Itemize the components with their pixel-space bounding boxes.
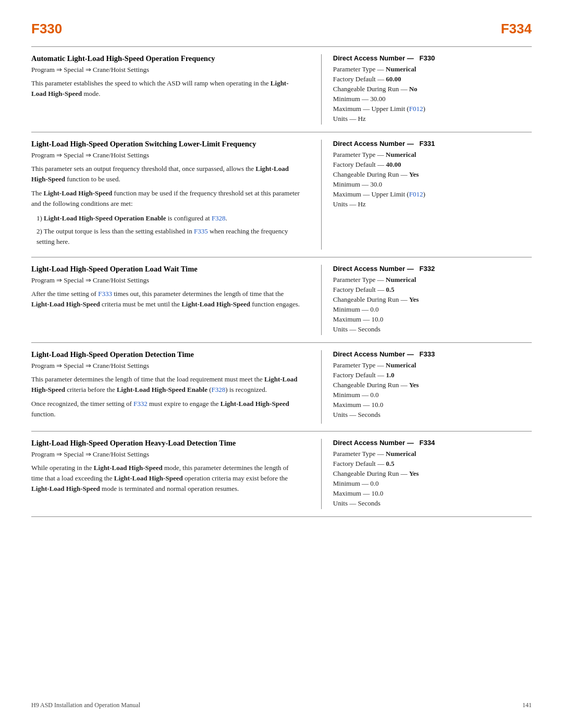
section-title-f331: Light-Load High-Speed Operation Switchin… [31,140,300,149]
page: F330 F334 Automatic Light-Load High-Spee… [0,0,563,728]
changeable-during-run-f330: Changeable During Run — No [333,85,532,93]
section-subtitle-f334: Program ⇒ Special ⇒ Crane/Hoist Settings [31,450,300,459]
direct-access-number-f334: Direct Access Number — F334 [333,439,532,447]
param-type-f330: Parameter Type — Numerical [333,65,532,73]
param-type-f332: Parameter Type — Numerical [333,276,532,284]
changeable-during-run-f332: Changeable During Run — Yes [333,295,532,304]
section-f331: Light-Load High-Speed Operation Switchin… [31,132,532,257]
direct-access-number-f333: Direct Access Number — F333 [333,350,532,358]
minimum-f334: Minimum — 0.0 [333,479,532,488]
factory-default-f333: Factory Default — 1.0 [333,371,532,379]
right-col-f330: Direct Access Number — F330Parameter Typ… [321,54,532,125]
content-area: Automatic Light-Load High-Speed Operatio… [31,46,532,517]
maximum-f333: Maximum — 10.0 [333,401,532,409]
left-col-f331: Light-Load High-Speed Operation Switchin… [31,140,305,250]
section-f332: Light-Load High-Speed Operation Load Wai… [31,257,532,342]
section-subtitle-f333: Program ⇒ Special ⇒ Crane/Hoist Settings [31,362,300,370]
section-subtitle-f331: Program ⇒ Special ⇒ Crane/Hoist Settings [31,151,300,159]
footer-right: 141 [522,701,532,709]
section-body-f333: This parameter determines the length of … [31,374,300,420]
factory-default-f334: Factory Default — 0.5 [333,460,532,468]
body-paragraph: This parameter establishes the speed to … [31,78,300,99]
param-type-f331: Parameter Type — Numerical [333,151,532,159]
section-subtitle-f330: Program ⇒ Special ⇒ Crane/Hoist Settings [31,66,300,74]
section-f334: Light-Load High-Speed Operation Heavy-Lo… [31,431,532,517]
numbered-item: 2) The output torque is less than the se… [31,226,300,247]
section-subtitle-f332: Program ⇒ Special ⇒ Crane/Hoist Settings [31,276,300,285]
section-body-f331: This parameter sets an output frequency … [31,164,300,247]
section-body-f332: After the time setting of F333 times out… [31,289,300,310]
right-col-f333: Direct Access Number — F333Parameter Typ… [321,350,532,424]
param-type-f334: Parameter Type — Numerical [333,450,532,458]
section-f330: Automatic Light-Load High-Speed Operatio… [31,46,532,132]
factory-default-f332: Factory Default — 0.5 [333,286,532,294]
section-title-f333: Light-Load High-Speed Operation Detectio… [31,350,300,359]
minimum-f333: Minimum — 0.0 [333,391,532,399]
right-col-f332: Direct Access Number — F332Parameter Typ… [321,265,532,335]
minimum-f330: Minimum — 30.00 [333,95,532,103]
units-f331: Units — Hz [333,200,532,208]
maximum-f332: Maximum — 10.0 [333,315,532,324]
changeable-during-run-f333: Changeable During Run — Yes [333,381,532,389]
units-f333: Units — Seconds [333,411,532,419]
left-col-f330: Automatic Light-Load High-Speed Operatio… [31,54,305,125]
minimum-f331: Minimum — 30.0 [333,180,532,189]
numbered-item: 1) Light-Load High-Speed Operation Enabl… [31,213,300,224]
body-paragraph: While operating in the Light-Load High-S… [31,463,300,494]
maximum-f330: Maximum — Upper Limit (F012) [333,105,532,113]
units-f334: Units — Seconds [333,499,532,508]
page-footer: H9 ASD Installation and Operation Manual… [31,701,532,709]
factory-default-f331: Factory Default — 40.00 [333,161,532,169]
left-heading: F330 [31,21,62,37]
footer-left: H9 ASD Installation and Operation Manual [31,701,140,709]
section-f333: Light-Load High-Speed Operation Detectio… [31,342,532,431]
direct-access-number-f332: Direct Access Number — F332 [333,265,532,273]
right-col-f331: Direct Access Number — F331Parameter Typ… [321,140,532,250]
direct-access-number-f330: Direct Access Number — F330 [333,54,532,62]
units-f330: Units — Hz [333,115,532,123]
section-title-f330: Automatic Light-Load High-Speed Operatio… [31,54,300,63]
body-paragraph: The Light-Load High-Speed function may b… [31,188,300,209]
body-paragraph: This parameter sets an output frequency … [31,164,300,184]
factory-default-f330: Factory Default — 60.00 [333,75,532,83]
maximum-f331: Maximum — Upper Limit (F012) [333,190,532,199]
section-body-f334: While operating in the Light-Load High-S… [31,463,300,494]
right-heading: F334 [501,21,532,37]
page-header: F330 F334 [31,21,532,37]
body-paragraph: This parameter determines the length of … [31,374,300,395]
direct-access-number-f331: Direct Access Number — F331 [333,140,532,147]
minimum-f332: Minimum — 0.0 [333,305,532,314]
left-col-f332: Light-Load High-Speed Operation Load Wai… [31,265,305,335]
section-title-f334: Light-Load High-Speed Operation Heavy-Lo… [31,439,300,448]
left-col-f333: Light-Load High-Speed Operation Detectio… [31,350,305,424]
param-type-f333: Parameter Type — Numerical [333,361,532,369]
left-col-f334: Light-Load High-Speed Operation Heavy-Lo… [31,439,305,509]
section-body-f330: This parameter establishes the speed to … [31,78,300,99]
maximum-f334: Maximum — 10.0 [333,489,532,498]
units-f332: Units — Seconds [333,325,532,334]
changeable-during-run-f331: Changeable During Run — Yes [333,170,532,179]
body-paragraph: After the time setting of F333 times out… [31,289,300,310]
section-title-f332: Light-Load High-Speed Operation Load Wai… [31,265,300,274]
right-col-f334: Direct Access Number — F334Parameter Typ… [321,439,532,509]
changeable-during-run-f334: Changeable During Run — Yes [333,470,532,478]
body-paragraph: Once recognized, the timer setting of F3… [31,399,300,419]
